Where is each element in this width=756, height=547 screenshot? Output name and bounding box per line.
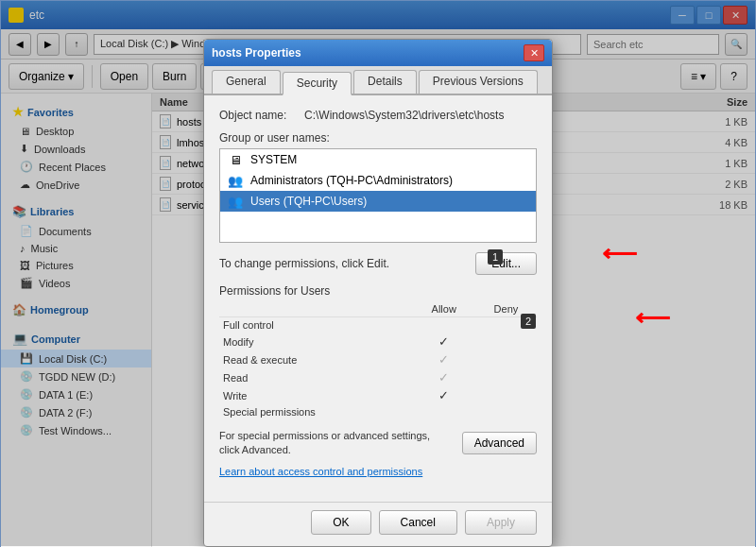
write-deny (475, 386, 537, 404)
dialog-overlay: hosts Properties ✕ General Security Deta… (1, 1, 755, 546)
perm-col-header (219, 301, 413, 317)
dialog-body: Object name: C:\Windows\System32\drivers… (204, 95, 552, 502)
tab-general[interactable]: General (212, 70, 281, 94)
admin-icon: 👥 (228, 173, 243, 188)
allow-col-header: Allow (413, 301, 475, 317)
perm-row-special: Special permissions (219, 404, 537, 419)
read-deny (475, 368, 537, 386)
explorer-window: etc ─ □ ✕ ◀ ▶ ↑ Local Disk (C:) ▶ Window… (0, 0, 756, 547)
full-control-allow (413, 317, 475, 333)
cancel-button[interactable]: Cancel (379, 510, 457, 535)
dialog-tabs: General Security Details Previous Versio… (204, 66, 552, 95)
user-item-admin[interactable]: 👥 Administrators (TQH-PC\Administrators) (220, 170, 536, 191)
perm-row-read: Read ✓ (219, 368, 537, 386)
dialog-title-bar: hosts Properties ✕ (204, 40, 552, 66)
perm-row-write: Write ✓ (219, 386, 537, 404)
perm-name: Special permissions (219, 404, 413, 419)
group-label: Group or user names: (219, 131, 537, 145)
object-name-label: Object name: (219, 109, 304, 122)
perm-row-full-control: Full control (219, 317, 537, 333)
perm-name: Full control (219, 317, 413, 333)
learn-link[interactable]: Learn about access control and permissio… (219, 466, 537, 477)
special-allow (413, 404, 475, 419)
advanced-button[interactable]: Advanced (462, 432, 537, 454)
read-execute-deny (475, 350, 537, 368)
system-icon: 🖥 (228, 152, 243, 167)
edit-button[interactable]: Edit... (475, 252, 537, 275)
perm-name: Read (219, 368, 413, 386)
ok-button[interactable]: OK (311, 510, 370, 535)
red-arrow-2: ⟵ (635, 305, 670, 330)
write-allow: ✓ (413, 386, 475, 404)
read-execute-allow: ✓ (413, 350, 475, 368)
user-item-users[interactable]: 👥 Users (TQH-PC\Users) (220, 191, 536, 212)
perm-name: Read & execute (219, 350, 413, 368)
perm-row-read-execute: Read & execute ✓ (219, 350, 537, 368)
perm-section-label: Permissions for Users (219, 284, 537, 298)
perm-name: Write (219, 386, 413, 404)
modify-allow: ✓ (413, 333, 475, 350)
modify-deny (475, 333, 537, 350)
change-perm-text: To change permissions, click Edit. (219, 257, 468, 270)
object-name-value: C:\Windows\System32\drivers\etc\hosts (304, 109, 504, 122)
callout-1-badge: 1 (488, 249, 503, 265)
tab-previous-versions[interactable]: Previous Versions (419, 70, 538, 94)
permissions-table: Allow Deny Full control Modify ✓ (219, 301, 537, 419)
dialog-close-button[interactable]: ✕ (524, 44, 544, 61)
dialog-title: hosts Properties (212, 46, 524, 60)
special-deny (475, 404, 537, 419)
read-allow: ✓ (413, 368, 475, 386)
advanced-text: For special permissions or advanced sett… (219, 429, 453, 458)
advanced-row: For special permissions or advanced sett… (219, 429, 537, 458)
callout-2-badge: 2 (521, 314, 536, 329)
users-icon: 👥 (228, 194, 243, 209)
perm-row-modify: Modify ✓ (219, 333, 537, 350)
tab-security[interactable]: Security (283, 72, 352, 95)
properties-dialog: hosts Properties ✕ General Security Deta… (203, 39, 553, 547)
user-item-system[interactable]: 🖥 SYSTEM (220, 149, 536, 170)
object-name-row: Object name: C:\Windows\System32\drivers… (219, 109, 537, 122)
dialog-footer: OK Cancel Apply (204, 502, 552, 546)
tab-details[interactable]: Details (353, 70, 417, 94)
apply-button[interactable]: Apply (465, 510, 537, 535)
perm-name: Modify (219, 333, 413, 350)
red-arrow-1: ⟵ (602, 241, 637, 265)
users-list: 🖥 SYSTEM 👥 Administrators (TQH-PC\Admini… (219, 148, 537, 243)
